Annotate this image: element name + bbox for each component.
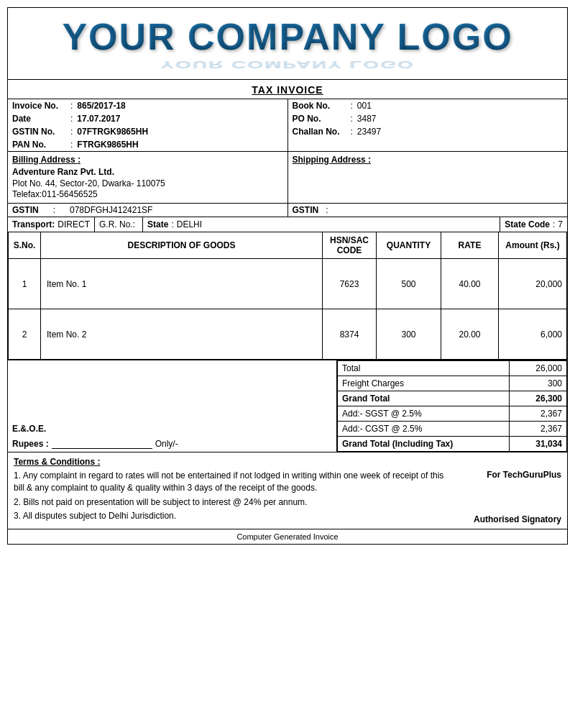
logo-reflection: YOUR COMPANY LOGO: [8, 58, 567, 70]
address-section: Billing Address : Adventure Ranz Pvt. Lt…: [8, 151, 567, 203]
terms-item-1: 1. Any complaint in regard to rates will…: [14, 470, 454, 494]
terms-item-3: 3. All disputes subject to Delhi Jurisdi…: [14, 510, 454, 522]
po-no-right: PO No. : 3487: [288, 112, 568, 125]
for-company: For TechGuruPlus: [454, 470, 561, 480]
book-no-right: Book No. : 001: [288, 99, 568, 112]
sgst-row: Add:- SGST @ 2.5% 2,367: [338, 406, 567, 422]
item-amount: 20,000: [499, 259, 567, 309]
shipping-gstin: GSTIN :: [288, 204, 568, 217]
gstin-left: GSTIN No. : 07FTRGK9865HH: [8, 125, 288, 138]
rupees-label: Rupees :: [12, 439, 49, 449]
date-value: 17.07.2017: [77, 114, 120, 124]
eoe-section: E.&.O.E. Rupees : Only/-: [8, 360, 337, 452]
transport-row: Transport: DIRECT G.R. No.: State : DELH…: [8, 217, 567, 232]
logo-section: YOUR COMPANY LOGO YOUR COMPANY LOGO: [8, 8, 567, 79]
shipping-title: Shipping Address :: [293, 155, 564, 165]
col-rate: RATE: [441, 232, 499, 259]
item-rate: 20.00: [441, 309, 499, 360]
billing-address: Billing Address : Adventure Ranz Pvt. Lt…: [8, 152, 288, 203]
total-value: 26,000: [510, 361, 567, 376]
state-code-label: State Code: [505, 219, 550, 229]
billing-address1: Plot No. 44, Sector-20, Dwarka- 110075: [12, 178, 283, 188]
grand-total-label: Grand Total: [338, 391, 510, 406]
signatory-section: For TechGuruPlus Authorised Signatory: [454, 470, 561, 524]
table-row: 1 Item No. 1 7623 500 40.00 20,000: [9, 259, 567, 309]
auth-signatory: Authorised Signatory: [454, 514, 561, 524]
terms-content: 1. Any complaint in regard to rates will…: [14, 470, 561, 524]
pan-row: PAN No. : FTRGK9865HH: [8, 138, 567, 151]
date-row: Date : 17.07.2017 PO No. : 3487: [8, 112, 567, 125]
footer-text: Computer Generated Invoice: [236, 532, 338, 541]
item-qty: 300: [377, 309, 441, 360]
state-label: State: [147, 219, 168, 229]
book-no-label: Book No.: [293, 101, 346, 111]
invoice-no-left: Invoice No. : 865/2017-18: [8, 99, 288, 112]
item-sno: 1: [9, 259, 41, 309]
table-row: 2 Item No. 2 8374 300 20.00 6,000: [9, 309, 567, 360]
footer: Computer Generated Invoice: [8, 529, 567, 544]
challan-value: 23497: [357, 127, 381, 137]
rupees-suffix: Only/-: [155, 439, 178, 449]
terms-section: Terms & Conditions : 1. Any complaint in…: [8, 452, 567, 529]
invoice-container: YOUR COMPANY LOGO YOUR COMPANY LOGO TAX …: [7, 7, 568, 545]
transport-label: Transport:: [12, 219, 55, 229]
freight-label: Freight Charges: [338, 376, 510, 391]
billing-gstin: GSTIN : 078DFGHJ412421SF: [8, 204, 288, 217]
terms-title: Terms & Conditions :: [14, 457, 561, 467]
invoice-no-label: Invoice No.: [12, 101, 66, 111]
item-hsn: 8374: [323, 309, 377, 360]
transport-cell: Transport: DIRECT: [8, 217, 95, 232]
billing-gstin-value: 078DFGHJ412421SF: [70, 205, 152, 215]
goods-table: S.No. DESCRIPTION OF GOODS HSN/SACCODE Q…: [8, 232, 567, 360]
cgst-row: Add:- CGST @ 2.5% 2,367: [338, 422, 567, 437]
invoice-no-value: 865/2017-18: [77, 101, 125, 111]
freight-row: Freight Charges 300: [338, 376, 567, 391]
item-qty: 500: [377, 259, 441, 309]
col-qty: QUANTITY: [377, 232, 441, 259]
col-hsn: HSN/SACCODE: [323, 232, 377, 259]
billing-address2: Telefax:011-56456525: [12, 189, 283, 199]
totals-section: E.&.O.E. Rupees : Only/- Total 26,000 Fr…: [8, 360, 567, 452]
state-cell: State : DELHI: [143, 217, 500, 232]
totals-table: Total 26,000 Freight Charges 300 Grand T…: [337, 360, 567, 452]
item-rate: 40.00: [441, 259, 499, 309]
col-amount: Amount (Rs.): [499, 232, 567, 259]
sgst-label: Add:- SGST @ 2.5%: [338, 406, 510, 422]
grand-total-value: 26,300: [510, 391, 567, 406]
sgst-value: 2,367: [510, 406, 567, 422]
col-desc: DESCRIPTION OF GOODS: [41, 232, 323, 259]
total-row: Total 26,000: [338, 361, 567, 376]
shipping-gstin-label: GSTIN: [293, 205, 319, 215]
item-desc: Item No. 1: [41, 259, 323, 309]
cgst-label: Add:- CGST @ 2.5%: [338, 422, 510, 437]
invoice-title: TAX INVOICE: [252, 84, 323, 96]
billing-company: Adventure Ranz Pvt. Ltd.: [12, 167, 283, 177]
state-code-cell: State Code : 7: [500, 217, 567, 232]
gr-cell: G.R. No.:: [95, 217, 143, 232]
challan-label: Challan No.: [293, 127, 346, 137]
date-left: Date : 17.07.2017: [8, 112, 288, 125]
state-code-value: 7: [558, 219, 563, 229]
pan-value: FTRGK9865HH: [77, 140, 138, 150]
item-hsn: 7623: [323, 259, 377, 309]
transport-value: DIRECT: [58, 219, 90, 229]
grand-total-tax-row: Grand Total (Including Tax) 31,034: [338, 437, 567, 452]
gstin-row: GSTIN No. : 07FTRGK9865HH Challan No. : …: [8, 125, 567, 138]
company-logo: YOUR COMPANY LOGO: [62, 15, 512, 58]
title-section: TAX INVOICE: [8, 79, 567, 99]
total-label: Total: [338, 361, 510, 376]
gr-label: G.R. No.:: [99, 219, 135, 229]
shipping-address: Shipping Address :: [288, 152, 568, 203]
eoe-text: E.&.O.E.: [12, 424, 332, 434]
billing-gstin-label: GSTIN: [12, 205, 39, 215]
grand-total-tax-label: Grand Total (Including Tax): [338, 437, 510, 452]
cgst-value: 2,367: [510, 422, 567, 437]
item-desc: Item No. 2: [41, 309, 323, 360]
freight-value: 300: [510, 376, 567, 391]
info-section: Invoice No. : 865/2017-18 Book No. : 001…: [8, 99, 567, 151]
invoice-no-row: Invoice No. : 865/2017-18 Book No. : 001: [8, 99, 567, 112]
state-value: DELHI: [177, 219, 202, 229]
pan-label: PAN No.: [12, 140, 66, 150]
terms-item-2: 2. Bills not paid on presentation will b…: [14, 496, 454, 509]
gstin-no-value: 07FTRGK9865HH: [77, 127, 148, 137]
